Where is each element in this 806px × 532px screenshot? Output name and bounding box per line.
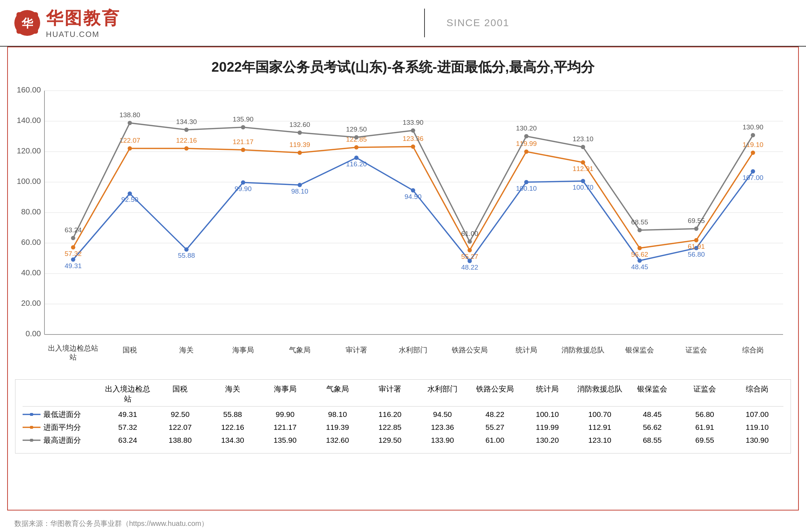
svg-text:122.16: 122.16 (176, 137, 197, 144)
dot-min-12 (751, 169, 755, 174)
col-header-3: 海事局 (259, 384, 311, 404)
svg-text:55.88: 55.88 (178, 252, 195, 259)
td-max-7: 61.00 (469, 436, 521, 445)
svg-text:132.60: 132.60 (289, 121, 310, 128)
svg-text:123.10: 123.10 (573, 135, 593, 143)
svg-text:63.24: 63.24 (65, 226, 82, 234)
svg-text:48.22: 48.22 (461, 263, 478, 271)
col-header-7: 铁路公安局 (469, 384, 521, 404)
svg-text:138.80: 138.80 (119, 111, 140, 119)
footer-source: 数据来源：华图教育公务员事业群（https://www.huatu.com） (14, 519, 208, 528)
col-header-series (23, 384, 101, 404)
td-max-8: 130.20 (521, 436, 573, 445)
td-max-12: 130.90 (731, 436, 783, 445)
legend-avg-label: 进面平均分 (43, 422, 81, 432)
td-max-2: 134.30 (207, 436, 259, 445)
svg-text:69.55: 69.55 (688, 217, 705, 224)
table-header-row: 出入境边检总站 国税 海关 海事局 气象局 审计署 水利部门 铁路公安局 统计局… (23, 384, 783, 407)
td-min-8: 100.10 (521, 410, 573, 419)
svg-text:140.00: 140.00 (17, 116, 41, 125)
svg-text:统计局: 统计局 (516, 346, 537, 354)
svg-text:119.39: 119.39 (289, 141, 310, 148)
chart-container: 2022年国家公务员考试(山东)-各系统-进面最低分,最高分,平均分 0.00 (7, 47, 799, 510)
legend-container: 出入境边检总站 国税 海关 海事局 气象局 审计署 水利部门 铁路公安局 统计局… (23, 384, 783, 445)
svg-text:129.50: 129.50 (346, 125, 367, 133)
dot-min-4 (298, 183, 302, 187)
dot-avg-0 (71, 245, 75, 250)
td-avg-10: 56.62 (626, 423, 678, 432)
svg-text:60.00: 60.00 (21, 238, 41, 247)
td-min-4: 98.10 (311, 410, 364, 419)
svg-text:94.50: 94.50 (404, 193, 422, 200)
svg-text:119.99: 119.99 (516, 140, 537, 147)
chart-title: 2022年国家公务员考试(山东)-各系统-进面最低分,最高分,平均分 (15, 58, 791, 76)
svg-text:98.10: 98.10 (291, 187, 308, 195)
svg-text:61.91: 61.91 (688, 243, 705, 250)
legend-table-container: 出入境边检总站 国税 海关 海事局 气象局 审计署 水利部门 铁路公安局 统计局… (15, 379, 791, 453)
svg-text:133.90: 133.90 (403, 119, 423, 126)
svg-text:100.00: 100.00 (17, 177, 41, 186)
td-max-1: 138.80 (154, 436, 206, 445)
col-header-2: 海关 (207, 384, 259, 404)
table-row-min: 最低进面分 49.31 92.50 55.88 99.90 98.10 116.… (23, 409, 783, 419)
td-avg-3: 121.17 (259, 423, 311, 432)
td-avg-4: 119.39 (311, 423, 364, 432)
svg-text:消防救援总队: 消防救援总队 (561, 346, 604, 354)
since-text: SINCE 2001 (446, 17, 509, 29)
svg-text:123.36: 123.36 (403, 135, 423, 142)
td-max-4: 132.60 (311, 436, 364, 445)
td-min-12: 107.00 (731, 410, 783, 419)
td-min-5: 116.20 (364, 410, 416, 419)
svg-text:100.10: 100.10 (516, 185, 537, 192)
svg-text:审计署: 审计署 (346, 346, 367, 354)
dot-max-10 (637, 228, 642, 232)
td-min-2: 55.88 (207, 410, 259, 419)
td-min-7: 48.22 (469, 410, 521, 419)
td-avg-0: 57.32 (101, 423, 154, 432)
logo-sub-text: HUATU.COM (46, 30, 120, 39)
dot-max-5 (354, 135, 359, 139)
svg-text:国税: 国税 (123, 346, 137, 354)
col-header-6: 水利部门 (416, 384, 469, 404)
dot-max-8 (524, 134, 528, 138)
svg-text:55.27: 55.27 (461, 253, 478, 260)
svg-text:92.50: 92.50 (121, 196, 138, 203)
dot-avg-1 (128, 146, 132, 151)
col-header-1: 国税 (154, 384, 206, 404)
dot-avg-10 (637, 246, 642, 250)
td-avg-11: 61.91 (678, 423, 731, 432)
chart-svg: 0.00 20.00 40.00 60.00 80.00 100.00 120.… (15, 84, 791, 377)
dot-min-3 (241, 180, 245, 185)
dot-min-8 (524, 180, 528, 184)
dot-avg-8 (524, 149, 528, 154)
svg-point-80 (30, 439, 33, 442)
svg-text:水利部门: 水利部门 (399, 346, 427, 354)
legend-max: 最高进面分 (23, 435, 101, 445)
legend-avg: 进面平均分 (23, 422, 101, 432)
td-min-1: 92.50 (154, 410, 206, 419)
logo-area: 华 华图教育 HUATU.COM (14, 7, 120, 39)
svg-point-76 (30, 413, 33, 416)
dot-max-9 (581, 145, 585, 149)
svg-text:130.20: 130.20 (516, 124, 537, 132)
svg-text:证监会: 证监会 (686, 346, 707, 354)
dot-min-5 (354, 156, 359, 160)
dot-max-7 (468, 239, 472, 244)
td-min-3: 99.90 (259, 410, 311, 419)
svg-text:华: 华 (21, 17, 33, 30)
svg-text:130.90: 130.90 (743, 123, 763, 131)
td-avg-2: 122.16 (207, 423, 259, 432)
td-min-10: 48.45 (626, 410, 678, 419)
table-row-max: 最高进面分 63.24 138.80 134.30 135.90 132.60 … (23, 435, 783, 445)
svg-text:20.00: 20.00 (21, 299, 41, 308)
td-min-11: 56.80 (678, 410, 731, 419)
svg-text:48.45: 48.45 (631, 263, 648, 271)
table-row-avg: 进面平均分 57.32 122.07 122.16 121.17 119.39 … (23, 422, 783, 432)
svg-text:68.55: 68.55 (631, 218, 648, 226)
svg-text:100.70: 100.70 (573, 184, 593, 191)
td-max-5: 129.50 (364, 436, 416, 445)
dot-avg-3 (241, 148, 245, 152)
td-avg-1: 122.07 (154, 423, 206, 432)
dot-max-11 (694, 227, 698, 231)
dot-max-4 (298, 130, 302, 135)
